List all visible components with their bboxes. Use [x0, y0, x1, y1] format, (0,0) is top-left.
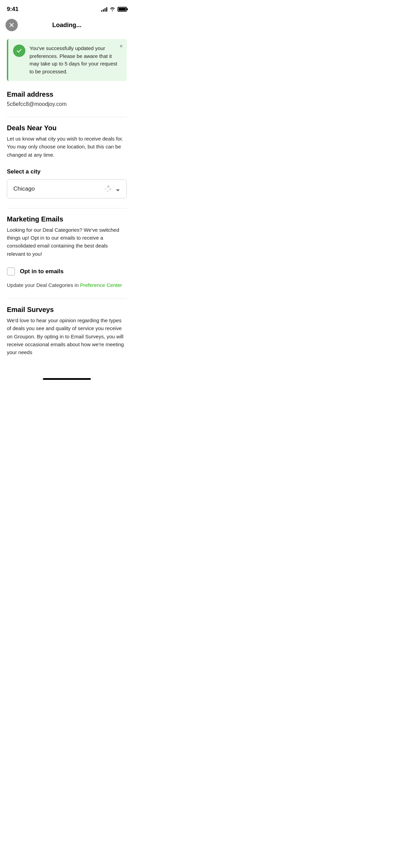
city-select-container: Select a city Chicago ⌄	[7, 168, 127, 198]
deals-section-description: Let us know what city you wish to receiv…	[7, 135, 127, 159]
banner-close-button[interactable]: ×	[120, 43, 123, 49]
surveys-section-description: We'd love to hear your opinion regarding…	[7, 316, 127, 356]
marketing-section-title: Marketing Emails	[7, 215, 127, 223]
success-message: You've successfully updated your prefere…	[29, 45, 122, 75]
home-indicator	[43, 378, 91, 380]
select-city-label: Select a city	[7, 168, 127, 175]
status-icons	[101, 7, 127, 12]
status-time: 9:41	[7, 6, 19, 13]
opt-in-checkbox[interactable]	[7, 267, 15, 276]
preference-center-link[interactable]: Preference Center	[80, 282, 122, 288]
surveys-section-title: Email Surveys	[7, 306, 127, 314]
opt-in-checkbox-row[interactable]: Opt in to emails	[7, 267, 127, 276]
divider-3	[7, 299, 127, 299]
loading-spinner-icon	[104, 185, 112, 193]
svg-line-5	[110, 189, 111, 190]
battery-icon	[118, 7, 127, 12]
svg-line-7	[107, 191, 108, 192]
preference-center-text: Update your Deal Categories in Preferenc…	[7, 282, 122, 288]
city-dropdown[interactable]: Chicago ⌄	[7, 179, 127, 198]
email-section-title: Email address	[7, 91, 127, 98]
status-bar: 9:41	[0, 0, 134, 16]
email-value: 5c6efcc8@moodjoy.com	[7, 101, 127, 107]
wifi-icon	[109, 7, 116, 12]
nav-bar: Loading...	[0, 16, 134, 34]
main-content: You've successfully updated your prefere…	[0, 34, 134, 371]
city-dropdown-value: Chicago	[13, 185, 35, 192]
surveys-section: Email Surveys We'd love to hear your opi…	[7, 306, 127, 356]
deals-section: Deals Near You Let us know what city you…	[7, 124, 127, 159]
divider-1	[7, 117, 127, 117]
dropdown-right: ⌄	[104, 185, 120, 193]
preference-center-row: Update your Deal Categories in Preferenc…	[7, 281, 127, 289]
success-banner: You've successfully updated your prefere…	[7, 39, 127, 81]
svg-line-9	[105, 188, 106, 189]
divider-2	[7, 208, 127, 208]
success-check-icon	[13, 45, 25, 57]
marketing-section: Marketing Emails Looking for our Deal Ca…	[7, 215, 127, 258]
chevron-down-icon: ⌄	[115, 185, 120, 193]
signal-icon	[101, 7, 107, 12]
close-button[interactable]	[5, 19, 18, 31]
page-title: Loading...	[52, 22, 82, 29]
svg-line-3	[108, 186, 109, 187]
marketing-section-description: Looking for our Deal Categories? We've s…	[7, 226, 127, 258]
opt-in-label: Opt in to emails	[20, 268, 64, 275]
deals-section-title: Deals Near You	[7, 124, 127, 132]
email-section: Email address 5c6efcc8@moodjoy.com	[7, 91, 127, 107]
